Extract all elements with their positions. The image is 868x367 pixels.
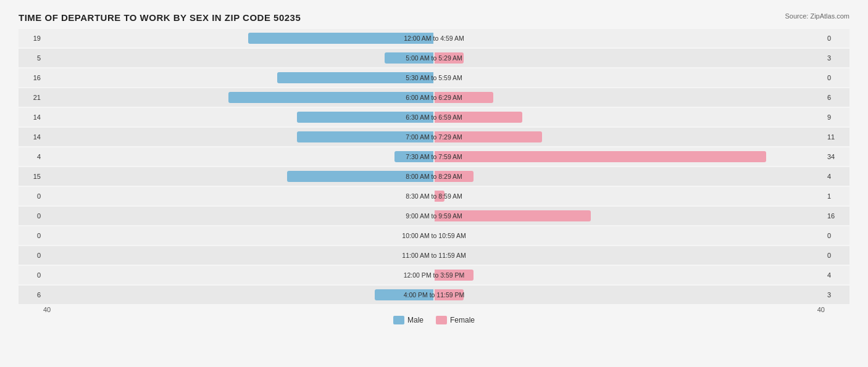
chart-row: 08:30 AM to 8:59 AM1 bbox=[19, 187, 849, 205]
male-value-label: 0 bbox=[19, 252, 43, 259]
chart-row: 165:30 AM to 5:59 AM0 bbox=[19, 68, 849, 87]
male-bar-container bbox=[43, 92, 434, 103]
female-value-label: 4 bbox=[825, 173, 849, 180]
male-bar bbox=[297, 112, 433, 123]
male-value-label: 6 bbox=[19, 291, 43, 299]
legend-male-label: Male bbox=[407, 316, 424, 324]
male-bar bbox=[297, 131, 433, 142]
male-value-label: 0 bbox=[19, 192, 43, 200]
female-bar bbox=[435, 210, 591, 221]
legend-female-label: Female bbox=[450, 316, 475, 324]
female-bar-container bbox=[434, 131, 825, 142]
male-bar bbox=[375, 289, 433, 300]
male-value-label: 0 bbox=[19, 232, 43, 239]
male-bar bbox=[385, 52, 433, 64]
female-value-label: 9 bbox=[825, 113, 849, 121]
chart-row: 1912:00 AM to 4:59 AM0 bbox=[19, 29, 849, 47]
female-bar-container bbox=[434, 33, 825, 44]
female-value-label: 3 bbox=[825, 54, 849, 62]
female-value-label: 1 bbox=[825, 192, 849, 200]
male-bar-container bbox=[43, 131, 434, 142]
legend-female: Female bbox=[436, 316, 475, 324]
male-value-label: 14 bbox=[19, 113, 43, 121]
female-bar bbox=[435, 131, 542, 142]
male-bar-container bbox=[43, 72, 434, 83]
bars-center: 8:00 AM to 8:29 AM bbox=[43, 167, 825, 186]
female-value-label: 16 bbox=[825, 212, 849, 220]
female-bar-container bbox=[434, 151, 825, 162]
male-value-label: 15 bbox=[19, 173, 43, 180]
female-bar bbox=[435, 171, 474, 182]
male-bar-container bbox=[43, 191, 434, 202]
bars-center: 5:00 AM to 5:29 AM bbox=[43, 49, 825, 67]
female-bar bbox=[435, 289, 464, 300]
male-bar-container bbox=[43, 112, 434, 123]
male-swatch bbox=[393, 316, 404, 324]
female-value-label: 0 bbox=[825, 35, 849, 42]
chart-title: TIME OF DEPARTURE TO WORK BY SEX IN ZIP … bbox=[19, 12, 849, 23]
female-bar bbox=[435, 151, 766, 162]
female-value-label: 4 bbox=[825, 271, 849, 279]
female-value-label: 0 bbox=[825, 252, 849, 259]
female-bar-container bbox=[434, 72, 825, 83]
bars-center: 6:30 AM to 6:59 AM bbox=[43, 108, 825, 126]
chart-row: 012:00 PM to 3:59 PM4 bbox=[19, 266, 849, 284]
bars-center: 11:00 AM to 11:59 AM bbox=[43, 246, 825, 265]
female-bar bbox=[435, 52, 464, 64]
source-label: Source: ZipAtlas.com bbox=[785, 12, 849, 20]
bars-center: 5:30 AM to 5:59 AM bbox=[43, 68, 825, 87]
male-value-label: 4 bbox=[19, 153, 43, 160]
female-value-label: 3 bbox=[825, 291, 849, 299]
female-bar bbox=[435, 112, 522, 123]
female-bar bbox=[435, 191, 444, 202]
legend: Male Female bbox=[19, 316, 849, 324]
male-bar bbox=[287, 171, 433, 182]
chart-row: 147:00 AM to 7:29 AM11 bbox=[19, 128, 849, 146]
female-bar-container bbox=[434, 171, 825, 182]
male-bar-container bbox=[43, 171, 434, 182]
chart-row: 158:00 AM to 8:29 AM4 bbox=[19, 167, 849, 186]
bars-center: 7:00 AM to 7:29 AM bbox=[43, 128, 825, 146]
male-bar-container bbox=[43, 52, 434, 64]
chart-row: 55:00 AM to 5:29 AM3 bbox=[19, 49, 849, 67]
bars-center: 6:00 AM to 6:29 AM bbox=[43, 88, 825, 107]
male-value-label: 5 bbox=[19, 54, 43, 62]
male-bar-container bbox=[43, 33, 434, 44]
female-bar-container bbox=[434, 210, 825, 221]
chart-row: 64:00 PM to 11:59 PM3 bbox=[19, 286, 849, 304]
female-bar bbox=[435, 92, 493, 103]
male-bar-container bbox=[43, 210, 434, 221]
bars-center: 9:00 AM to 9:59 AM bbox=[43, 207, 825, 225]
bars-center: 12:00 AM to 4:59 AM bbox=[43, 29, 825, 47]
bars-center: 8:30 AM to 8:59 AM bbox=[43, 187, 825, 205]
chart-row: 146:30 AM to 6:59 AM9 bbox=[19, 108, 849, 126]
female-value-label: 6 bbox=[825, 94, 849, 101]
female-bar-container bbox=[434, 270, 825, 281]
chart-container: TIME OF DEPARTURE TO WORK BY SEX IN ZIP … bbox=[0, 0, 868, 367]
male-value-label: 21 bbox=[19, 94, 43, 101]
female-value-label: 0 bbox=[825, 232, 849, 239]
bars-center: 7:30 AM to 7:59 AM bbox=[43, 147, 825, 166]
male-value-label: 16 bbox=[19, 74, 43, 81]
female-bar-container bbox=[434, 289, 825, 300]
male-value-label: 0 bbox=[19, 212, 43, 220]
male-value-label: 14 bbox=[19, 133, 43, 141]
male-bar bbox=[228, 92, 433, 103]
female-bar-container bbox=[434, 92, 825, 103]
chart-area: 1912:00 AM to 4:59 AM055:00 AM to 5:29 A… bbox=[19, 29, 849, 303]
male-bar-container bbox=[43, 270, 434, 281]
axis-label-40-left: 40 bbox=[43, 306, 51, 313]
female-value-label: 0 bbox=[825, 74, 849, 81]
chart-row: 011:00 AM to 11:59 AM0 bbox=[19, 246, 849, 265]
male-bar-container bbox=[43, 250, 434, 261]
female-bar-container bbox=[434, 112, 825, 123]
male-value-label: 0 bbox=[19, 271, 43, 279]
female-bar-container bbox=[434, 250, 825, 261]
female-value-label: 11 bbox=[825, 133, 849, 141]
chart-row: 010:00 AM to 10:59 AM0 bbox=[19, 226, 849, 245]
male-bar bbox=[394, 151, 433, 162]
bars-center: 12:00 PM to 3:59 PM bbox=[43, 266, 825, 284]
female-bar-container bbox=[434, 52, 825, 64]
chart-row: 47:30 AM to 7:59 AM34 bbox=[19, 147, 849, 166]
chart-row: 09:00 AM to 9:59 AM16 bbox=[19, 207, 849, 225]
